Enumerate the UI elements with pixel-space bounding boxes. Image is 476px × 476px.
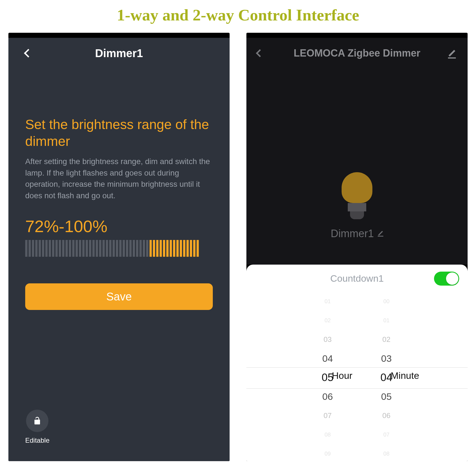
edit-icon[interactable] — [378, 231, 383, 237]
countdown-title: Countdown1 — [330, 273, 384, 284]
picker-option[interactable]: 09 — [298, 444, 357, 461]
minute-picker-column[interactable]: 000102030405060708Minute — [357, 292, 416, 461]
phone-left: Dimmer1 Set the brightness range of the … — [8, 33, 230, 461]
picker-option[interactable]: 00 — [357, 292, 416, 311]
hour-picker-column[interactable]: 010203040506070809Hour — [298, 292, 357, 461]
back-icon[interactable] — [256, 49, 264, 57]
save-button[interactable]: Save — [25, 283, 213, 310]
brightness-heading: Set the brightness range of the dimmer — [25, 116, 213, 150]
picker-option[interactable]: 06 — [298, 387, 357, 406]
editable-label: Editable — [25, 437, 50, 444]
unlock-icon — [32, 416, 42, 426]
lock-toggle-button[interactable] — [26, 410, 48, 432]
brightness-description: After setting the brightness range, dim … — [25, 156, 210, 201]
bulb-icon — [342, 172, 372, 219]
brightness-range-slider[interactable] — [25, 240, 213, 257]
picker-option[interactable]: 02 — [298, 311, 357, 330]
device-label: Dimmer1 — [331, 228, 383, 240]
picker-option[interactable]: 08 — [357, 444, 416, 461]
picker-option[interactable]: 08 — [298, 425, 357, 444]
countdown-sheet: Countdown1 010203040506070809Hour 000102… — [246, 265, 468, 461]
minute-unit-label: Minute — [391, 370, 419, 381]
picker-option[interactable]: 02 — [357, 330, 416, 349]
picker-option[interactable]: 03 — [357, 349, 416, 368]
edit-icon[interactable] — [448, 49, 456, 57]
picker-option[interactable]: 05 — [357, 387, 416, 406]
time-picker[interactable]: 010203040506070809Hour 00010203040506070… — [246, 290, 468, 461]
page-title: 1-way and 2-way Control Interface — [0, 0, 476, 33]
picker-option[interactable]: 01 — [357, 311, 416, 330]
back-icon[interactable] — [24, 49, 32, 57]
picker-option[interactable]: 06 — [357, 406, 416, 425]
screen-title: LEOMOCA Zigbee Dimmer — [294, 47, 421, 59]
picker-option[interactable]: 01 — [298, 292, 357, 311]
picker-option[interactable]: 07 — [298, 406, 357, 425]
phone-right: LEOMOCA Zigbee Dimmer Dimmer1 Countdown1 — [246, 33, 468, 461]
hour-unit-label: Hour — [332, 370, 353, 381]
picker-option[interactable]: 04 — [298, 349, 357, 368]
brightness-range-value: 72%-100% — [25, 217, 213, 236]
picker-option[interactable]: 03 — [298, 330, 357, 349]
screen-title: Dimmer1 — [95, 47, 143, 60]
picker-option[interactable]: 07 — [357, 425, 416, 444]
countdown-toggle[interactable] — [434, 272, 459, 286]
